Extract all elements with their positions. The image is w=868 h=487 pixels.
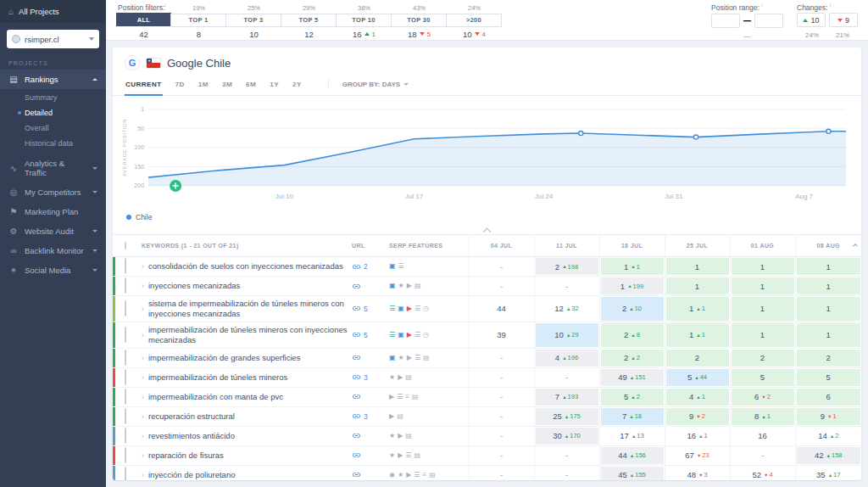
sidebar-subitem-historical-data[interactable]: Historical data: [0, 136, 106, 151]
tab-current[interactable]: CURRENT: [125, 79, 163, 96]
url-link[interactable]: 2: [352, 262, 389, 271]
collapse-chart-button[interactable]: [113, 223, 861, 234]
url-link[interactable]: [352, 392, 389, 401]
sidebar-subitem-summary[interactable]: Summary: [0, 90, 106, 105]
keyword-text[interactable]: impermeabilización con manta de pvc: [148, 392, 283, 402]
row-checkbox[interactable]: [125, 428, 126, 444]
filter-tab-top-10[interactable]: TOP 10: [336, 14, 392, 27]
url-column-header[interactable]: URL: [352, 235, 389, 257]
sidebar-item-analytics-traffic[interactable]: ∿Analytics & Traffic: [0, 154, 106, 182]
row-checkbox[interactable]: [125, 258, 126, 274]
sidebar-item-label: Analytics & Traffic: [25, 159, 86, 177]
filter-tab-top-1[interactable]: TOP 1: [170, 14, 226, 27]
all-projects-link[interactable]: ⌂ All Projects: [0, 0, 106, 23]
row-checkbox[interactable]: [125, 277, 126, 294]
expand-row-caret[interactable]: ›: [142, 354, 144, 362]
sidebar-item-marketing-plan[interactable]: ⚑Marketing Plan: [0, 202, 106, 221]
expand-row-caret[interactable]: ›: [142, 432, 144, 440]
expand-row-caret[interactable]: ›: [142, 305, 144, 313]
keyword-text[interactable]: consolidación de suelos con inyecciones …: [148, 261, 343, 271]
select-all-checkbox[interactable]: [125, 242, 126, 249]
row-checkbox[interactable]: [125, 447, 126, 463]
url-link[interactable]: [352, 470, 389, 479]
date-column-header-08-aug[interactable]: 08 AUG: [795, 235, 861, 257]
url-link[interactable]: [352, 282, 389, 291]
url-link[interactable]: 3: [352, 372, 389, 382]
row-checkbox[interactable]: [125, 350, 126, 366]
url-link[interactable]: 5: [352, 304, 389, 313]
expand-row-caret[interactable]: ›: [142, 451, 144, 460]
project-selector[interactable]: rsimper.cl: [7, 30, 99, 48]
expand-row-caret[interactable]: ›: [142, 373, 144, 382]
expand-row-caret[interactable]: ›: [142, 282, 144, 290]
sidebar-item-backlink-monitor[interactable]: ∞Backlink Monitor: [0, 241, 106, 260]
expand-row-caret[interactable]: ›: [142, 262, 144, 271]
sidebar-subitem-overall[interactable]: Overall: [0, 120, 106, 136]
keyword-text[interactable]: impermeabilización de grandes superficie…: [148, 353, 301, 363]
date-column-header-25-jul[interactable]: 25 JUL: [665, 235, 730, 257]
tab-3m[interactable]: 3M: [221, 79, 233, 96]
position-cell: 39: [469, 322, 534, 348]
date-column-header-18-jul[interactable]: 18 JUL: [599, 235, 665, 257]
tab-1m[interactable]: 1M: [198, 79, 209, 96]
select-all-header[interactable]: [113, 235, 142, 257]
position-value: 2: [695, 353, 699, 362]
position-range-to-input[interactable]: [754, 14, 783, 28]
position-value: 67: [685, 451, 694, 460]
keyword-text[interactable]: reparación de fisuras: [148, 451, 224, 461]
sidebar-item-my-competitors[interactable]: ◎My Competitors: [0, 182, 106, 202]
row-checkbox[interactable]: [125, 467, 126, 481]
expand-row-caret[interactable]: ›: [142, 331, 144, 339]
sidebar-item-rankings[interactable]: ▤Rankings: [0, 70, 106, 89]
filter-tab-top-30[interactable]: TOP 30: [391, 14, 447, 27]
url-link[interactable]: 5: [352, 330, 389, 339]
date-column-header-04-jul[interactable]: 04 JUL: [469, 235, 534, 257]
position-range-from-input[interactable]: [711, 14, 740, 28]
keyword-text[interactable]: impermeabilización de túneles mineros co…: [148, 325, 348, 345]
tab-1y[interactable]: 1Y: [269, 79, 280, 96]
sidebar-subitem-detailed[interactable]: Detailed: [0, 105, 106, 120]
url-cell: 2: [352, 257, 389, 277]
url-link[interactable]: 3: [352, 411, 389, 421]
position-range-empty: —: [744, 32, 751, 40]
changes-down-input[interactable]: 9: [829, 13, 858, 27]
keyword-text[interactable]: inyecciones mecanizadas: [148, 281, 240, 291]
keyword-text[interactable]: recuperación estructural: [148, 411, 235, 422]
row-checkbox[interactable]: [125, 300, 126, 316]
position-change: ▲29: [566, 331, 579, 339]
filter-tab-200[interactable]: >200: [446, 14, 502, 27]
tab-6m[interactable]: 6M: [245, 79, 257, 96]
filter-tab-top-5[interactable]: TOP 5: [281, 14, 337, 27]
images-icon: ▣: [389, 263, 396, 270]
add-note-button[interactable]: [170, 180, 181, 192]
position-change: ▲32: [566, 305, 579, 312]
row-checkbox[interactable]: [125, 408, 126, 424]
row-checkbox[interactable]: [125, 327, 126, 343]
row-checkbox[interactable]: [125, 369, 126, 385]
tab-7d[interactable]: 7D: [175, 79, 186, 96]
expand-row-caret[interactable]: ›: [142, 471, 144, 479]
tab-2y[interactable]: 2Y: [292, 79, 303, 96]
group-by-dropdown[interactable]: GROUP BY: DAYS: [328, 79, 409, 88]
url-link[interactable]: [352, 353, 389, 362]
position-value: 2: [826, 353, 831, 362]
sidebar-item-social-media[interactable]: ✶Social Media: [0, 260, 106, 280]
filter-tab-top-3[interactable]: TOP 3: [225, 14, 281, 27]
changes-up-input[interactable]: 10: [797, 13, 826, 27]
expand-row-caret[interactable]: ›: [142, 412, 144, 421]
url-link[interactable]: [352, 431, 389, 440]
row-checkbox[interactable]: [125, 389, 126, 405]
date-column-header-01-aug[interactable]: 01 AUG: [730, 235, 795, 257]
keywords-column-header[interactable]: KEYWORDS (1 - 21 OUT OF 21): [142, 235, 352, 257]
url-link[interactable]: [352, 451, 389, 460]
chevron-down-icon: [89, 37, 94, 41]
filter-tab-all[interactable]: ALL: [116, 13, 171, 26]
keyword-text[interactable]: revestimientos antiácido: [148, 431, 235, 441]
expand-row-caret[interactable]: ›: [142, 393, 144, 401]
keyword-text[interactable]: impermeabilización de túneles mineros: [148, 372, 287, 383]
keyword-text[interactable]: inyección de poliuretano: [148, 470, 235, 480]
keyword-text[interactable]: sistema de impermeabilización de túneles…: [148, 299, 348, 319]
sidebar-item-website-audit[interactable]: ⚙Website Audit: [0, 221, 106, 241]
serp-features-column-header[interactable]: SERP FEATURES: [389, 235, 469, 257]
date-column-header-11-jul[interactable]: 11 JUL: [534, 235, 599, 257]
